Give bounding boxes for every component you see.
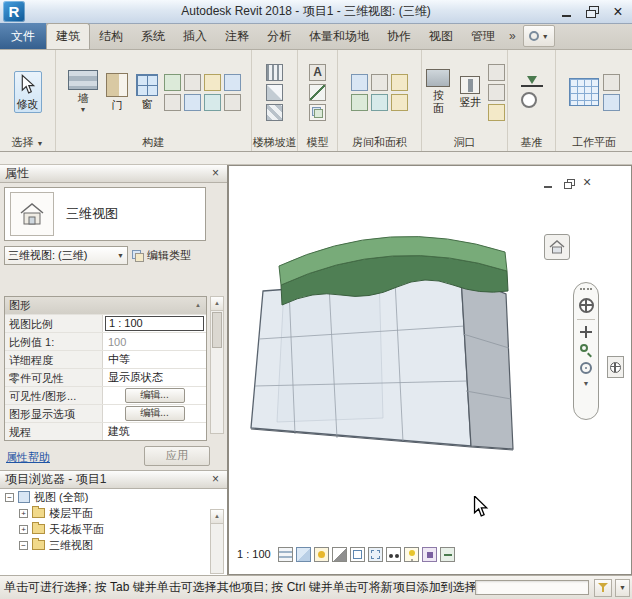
wall-button[interactable]: 墙 ▼	[66, 68, 100, 117]
set-work-plane-icon[interactable]	[569, 78, 599, 106]
model-text-icon[interactable]	[309, 64, 326, 81]
tab-manage[interactable]: 管理	[462, 24, 504, 49]
panel-label-model[interactable]: 模型	[298, 134, 337, 151]
view-close-button[interactable]	[583, 178, 595, 190]
tab-insert[interactable]: 插入	[174, 24, 216, 49]
navigation-bar-grip[interactable]	[580, 288, 592, 292]
tree-item-ceiling-plans[interactable]: + 天花板平面	[0, 521, 227, 537]
panel-label-room-area[interactable]: 房间和面积	[338, 134, 421, 151]
orbit-icon[interactable]	[580, 362, 592, 374]
curtain-system-icon[interactable]	[184, 94, 201, 111]
property-value[interactable]: 显示原状态	[103, 369, 206, 386]
area-boundary-icon[interactable]	[371, 94, 388, 111]
type-selector[interactable]: 三维视图	[4, 187, 206, 241]
minimize-button[interactable]	[555, 2, 577, 21]
filter-button[interactable]	[594, 579, 612, 597]
collapse-icon[interactable]: −	[5, 493, 14, 502]
property-section-graphics[interactable]: 图形 ▲	[5, 297, 206, 315]
ramp-icon[interactable]	[266, 84, 283, 101]
scrollbar-thumb[interactable]	[212, 312, 222, 348]
model-line-icon[interactable]	[309, 84, 326, 101]
project-browser-scrollbar[interactable]: ▲	[210, 509, 224, 574]
temporary-hide-isolate-icon[interactable]	[386, 547, 401, 562]
revit-logo[interactable]: R	[3, 1, 25, 22]
project-browser-header[interactable]: 项目浏览器 - 项目1 ×	[0, 471, 227, 489]
panel-label-build[interactable]: 构建	[56, 134, 251, 151]
apply-button[interactable]: 应用	[144, 446, 210, 466]
component-icon[interactable]	[164, 74, 181, 91]
curtain-grid-icon[interactable]	[204, 94, 221, 111]
tab-systems[interactable]: 系统	[132, 24, 174, 49]
grid-icon[interactable]	[521, 92, 537, 108]
ribbon-display-toggle[interactable]: ▼	[523, 25, 555, 47]
expand-icon[interactable]: −	[19, 541, 28, 550]
scale-button[interactable]: 1 : 100	[233, 548, 275, 560]
view-restore-button[interactable]	[563, 178, 575, 190]
model-group-icon[interactable]	[309, 104, 326, 121]
panel-label-opening[interactable]: 洞口	[422, 134, 507, 151]
ribbon-overflow-chevron[interactable]: »	[504, 24, 521, 49]
crop-view-icon[interactable]	[350, 547, 365, 562]
navigation-wheel-menu-button[interactable]	[607, 356, 624, 378]
pan-icon[interactable]	[580, 326, 592, 338]
room-separator-icon[interactable]	[371, 74, 388, 91]
roof-icon[interactable]	[204, 74, 221, 91]
tag-area-icon[interactable]	[391, 94, 408, 111]
restore-button[interactable]	[581, 2, 603, 21]
close-button[interactable]	[607, 2, 629, 21]
panel-label-work-plane[interactable]: 工作平面	[556, 134, 632, 151]
scroll-up-icon[interactable]: ▲	[211, 297, 223, 311]
tab-structure[interactable]: 结构	[90, 24, 132, 49]
close-icon[interactable]: ×	[208, 166, 223, 181]
mullion-icon[interactable]	[224, 94, 241, 111]
room-icon[interactable]	[351, 74, 368, 91]
view-selector-dropdown[interactable]: 三维视图: (三维) ▼	[4, 246, 128, 265]
opening-by-face-button[interactable]: 按 面	[424, 67, 453, 116]
view-minimize-button[interactable]	[543, 178, 555, 190]
wall-opening-icon[interactable]	[488, 64, 505, 81]
visual-style-icon[interactable]	[296, 547, 311, 562]
sun-path-icon[interactable]	[314, 547, 329, 562]
edit-button[interactable]: 编辑...	[125, 388, 185, 403]
drawing-area[interactable]: ▼ 1 : 100	[228, 165, 632, 575]
viewcube-home-button[interactable]	[544, 234, 570, 260]
properties-header[interactable]: 属性 ×	[0, 165, 227, 183]
tree-item-3d-views[interactable]: − 三维视图	[0, 537, 227, 553]
3d-model[interactable]	[229, 166, 632, 576]
viewer-icon[interactable]	[603, 94, 620, 111]
worksets-field[interactable]	[475, 580, 590, 595]
shaft-button[interactable]: 竖井	[457, 74, 484, 111]
vertical-opening-icon[interactable]	[488, 84, 505, 101]
detail-level-icon[interactable]	[278, 547, 293, 562]
ceiling-icon[interactable]	[224, 74, 241, 91]
close-icon[interactable]: ×	[208, 472, 223, 487]
shadows-icon[interactable]	[332, 547, 347, 562]
stair-icon[interactable]	[266, 104, 283, 121]
railing-icon[interactable]	[266, 64, 283, 81]
temporary-view-properties-icon[interactable]	[422, 547, 437, 562]
property-value[interactable]: 1 : 100	[103, 315, 206, 332]
edit-type-button[interactable]: 编辑类型	[132, 246, 206, 265]
edit-button[interactable]: 编辑...	[125, 406, 185, 421]
show-constraints-icon[interactable]	[440, 547, 455, 562]
tree-item-floor-plans[interactable]: + 楼层平面	[0, 505, 227, 521]
zoom-icon[interactable]	[580, 344, 592, 356]
level-icon[interactable]	[521, 76, 543, 89]
scroll-up-icon[interactable]: ▲	[211, 510, 223, 524]
expand-icon[interactable]: +	[19, 509, 28, 518]
steering-wheel-icon[interactable]	[579, 298, 594, 313]
tab-view[interactable]: 视图	[420, 24, 462, 49]
tab-annotate[interactable]: 注释	[216, 24, 258, 49]
panel-label-stairs-ramp[interactable]: 楼梯坡道	[252, 134, 297, 151]
tree-item-views-all[interactable]: − 视图 (全部)	[0, 489, 227, 505]
area-icon[interactable]	[351, 94, 368, 111]
tab-collaborate[interactable]: 协作	[378, 24, 420, 49]
properties-scrollbar[interactable]: ▲	[210, 296, 224, 434]
panel-label-datum[interactable]: 基准	[508, 134, 555, 151]
modify-button[interactable]: 修改	[14, 71, 42, 114]
column-icon[interactable]	[184, 74, 201, 91]
tab-file[interactable]: 文件	[0, 23, 46, 49]
panel-label-select[interactable]: 选择 ▼	[0, 134, 55, 151]
reveal-hidden-elements-icon[interactable]	[404, 547, 419, 562]
door-button[interactable]: 门	[104, 71, 130, 114]
